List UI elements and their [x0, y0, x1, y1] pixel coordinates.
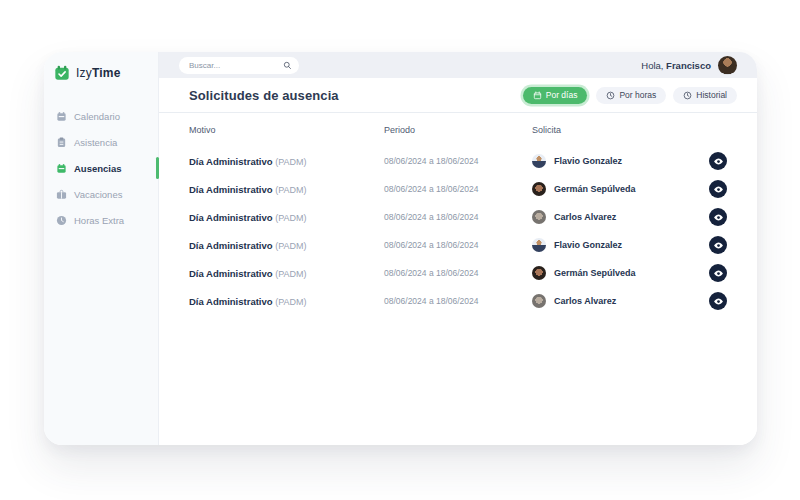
filter-label: Historial [696, 90, 727, 100]
content-header: Solicitudes de ausencia Por días Por hor… [159, 78, 757, 113]
topbar: Hola, Francisco [159, 52, 757, 78]
periodo-cell: 08/06/2024 a 18/06/2024 [384, 212, 532, 222]
calendar-icon [56, 111, 67, 122]
sidebar-item-asistencia[interactable]: Asistencia [44, 129, 158, 155]
eye-icon [713, 156, 724, 167]
sidebar-item-horas-extra[interactable]: Horas Extra [44, 207, 158, 233]
eye-icon [713, 184, 724, 195]
solicita-cell: Flavio Gonzalez [532, 154, 709, 168]
solicita-cell: Carlos Alvarez [532, 210, 709, 224]
motivo-cell: Día Administrativo (PADM) [189, 156, 384, 167]
view-request-button[interactable] [709, 180, 727, 198]
sidebar-item-label: Vacaciones [74, 189, 122, 200]
search-icon[interactable] [283, 61, 292, 70]
table-row: Día Administrativo (PADM) 08/06/2024 a 1… [189, 175, 735, 203]
motivo-cell: Día Administrativo (PADM) [189, 240, 384, 251]
requester-avatar [532, 182, 546, 196]
table-header-row: Motivo Periodo Solicita [189, 113, 735, 147]
sidebar-item-vacaciones[interactable]: Vacaciones [44, 181, 158, 207]
eye-icon [713, 240, 724, 251]
view-request-button[interactable] [709, 236, 727, 254]
calendar-check-icon [56, 163, 67, 174]
table-row: Día Administrativo (PADM) 08/06/2024 a 1… [189, 203, 735, 231]
eye-icon [713, 268, 724, 279]
clock-icon [56, 215, 67, 226]
sidebar-item-label: Ausencias [74, 163, 122, 174]
briefcase-icon [56, 189, 67, 200]
filter-buttons: Por días Por horas Historial [521, 87, 737, 104]
brand-logo: IzyTime [44, 52, 158, 95]
motivo-cell: Día Administrativo (PADM) [189, 212, 384, 223]
periodo-cell: 08/06/2024 a 18/06/2024 [384, 156, 532, 166]
filter-label: Por días [546, 90, 578, 100]
user-greeting[interactable]: Hola, Francisco [641, 56, 737, 75]
filter-por-horas-button[interactable]: Por horas [596, 87, 666, 104]
view-request-button[interactable] [709, 292, 727, 310]
filter-label: Por horas [619, 90, 656, 100]
clock-icon [683, 91, 692, 100]
view-request-button[interactable] [709, 152, 727, 170]
periodo-cell: 08/06/2024 a 18/06/2024 [384, 268, 532, 278]
search-box[interactable] [179, 57, 299, 74]
periodo-cell: 08/06/2024 a 18/06/2024 [384, 184, 532, 194]
column-header-motivo: Motivo [189, 125, 384, 135]
main-area: Hola, Francisco Solicitudes de ausencia … [159, 52, 757, 445]
table-row: Día Administrativo (PADM) 08/06/2024 a 1… [189, 287, 735, 315]
user-avatar[interactable] [718, 56, 737, 75]
sidebar-item-label: Horas Extra [74, 215, 124, 226]
motivo-cell: Día Administrativo (PADM) [189, 184, 384, 195]
table-row: Día Administrativo (PADM) 08/06/2024 a 1… [189, 147, 735, 175]
periodo-cell: 08/06/2024 a 18/06/2024 [384, 240, 532, 250]
solicita-cell: Germán Sepúlveda [532, 182, 709, 196]
requester-avatar [532, 154, 546, 168]
sidebar-item-label: Asistencia [74, 137, 117, 148]
search-input[interactable] [189, 61, 283, 70]
table-row: Día Administrativo (PADM) 08/06/2024 a 1… [189, 231, 735, 259]
izytime-calendar-icon [54, 65, 70, 81]
requester-avatar [532, 294, 546, 308]
calendar-icon [533, 91, 542, 100]
absence-requests-table: Motivo Periodo Solicita Día Administrati… [159, 113, 757, 315]
view-request-button[interactable] [709, 264, 727, 282]
sidebar-item-calendario[interactable]: Calendario [44, 103, 158, 129]
clipboard-icon [56, 137, 67, 148]
requester-avatar [532, 266, 546, 280]
motivo-cell: Día Administrativo (PADM) [189, 268, 384, 279]
periodo-cell: 08/06/2024 a 18/06/2024 [384, 296, 532, 306]
greeting-text: Hola, Francisco [641, 60, 711, 71]
brand-name: IzyTime [76, 66, 121, 80]
column-header-periodo: Periodo [384, 125, 532, 135]
eye-icon [713, 212, 724, 223]
app-window: IzyTime Calendario Asistenci [44, 52, 757, 445]
filter-historial-button[interactable]: Historial [673, 87, 737, 104]
requester-avatar [532, 210, 546, 224]
sidebar-nav: Calendario Asistencia Ausencias [44, 103, 158, 233]
requester-avatar [532, 238, 546, 252]
clock-icon [606, 91, 615, 100]
filter-por-dias-button[interactable]: Por días [523, 87, 588, 104]
eye-icon [713, 296, 724, 307]
solicita-cell: Carlos Alvarez [532, 294, 709, 308]
sidebar: IzyTime Calendario Asistenci [44, 52, 159, 445]
motivo-cell: Día Administrativo (PADM) [189, 296, 384, 307]
sidebar-item-label: Calendario [74, 111, 120, 122]
view-request-button[interactable] [709, 208, 727, 226]
solicita-cell: Flavio Gonzalez [532, 238, 709, 252]
page-title: Solicitudes de ausencia [189, 88, 339, 103]
sidebar-item-ausencias[interactable]: Ausencias [44, 155, 158, 181]
solicita-cell: Germán Sepúlveda [532, 266, 709, 280]
table-row: Día Administrativo (PADM) 08/06/2024 a 1… [189, 259, 735, 287]
column-header-solicita: Solicita [532, 125, 709, 135]
